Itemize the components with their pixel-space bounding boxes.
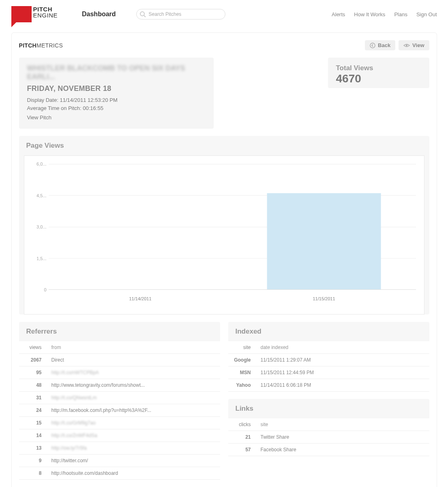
nav-sign-out[interactable]: Sign Out	[416, 11, 437, 17]
table-row: MSN11/15/2011 12:44:59 PM	[228, 366, 429, 379]
indexed-section: Indexed sitedate indexedGoogle11/15/2011…	[228, 322, 429, 392]
y-tick-label: 3,0...	[36, 224, 46, 229]
table-row: 8http://hootsuite.com/dashboard	[19, 467, 220, 480]
logo-text-1: PITCH	[33, 6, 58, 12]
referrer-source[interactable]: http://ow.ly/7r5fa	[47, 442, 220, 455]
referrer-views: 9	[19, 455, 47, 467]
referrer-views: 24	[19, 404, 47, 417]
referrer-views: 2067	[19, 354, 47, 366]
indexed-site: Yahoo	[228, 379, 257, 392]
table-row: Yahoo11/14/2011 6:06:18 PM	[228, 379, 429, 392]
link-site: Twitter Share	[257, 431, 429, 444]
referrer-source[interactable]: http://twitter.com/	[47, 455, 220, 467]
logo[interactable]: PITCH ENGINE	[11, 6, 58, 22]
view-pitch-link[interactable]: View Pitch	[27, 114, 206, 121]
link-clicks: 21	[228, 431, 257, 444]
referrer-source[interactable]: http://t.co/nWTCPBpA	[47, 366, 220, 379]
top-bar: PITCH ENGINE Dashboard Alerts How It Wor…	[11, 6, 437, 32]
table-row: 15http://t.co/GrM9g7ao	[19, 417, 220, 429]
links-section: Links clickssite21Twitter Share57Faceboo…	[228, 399, 429, 456]
indexed-date: 11/14/2011 6:06:18 PM	[257, 379, 429, 392]
referrers-table: viewsfrom2067Direct95http://t.co/nWTCPBp…	[19, 341, 220, 480]
pitch-info-card: WHISTLER BLACKCOMB TO OPEN SIX DAYS EARL…	[19, 58, 214, 129]
referrers-col-from: from	[47, 341, 220, 354]
total-views-card: Total Views 4670	[328, 58, 429, 88]
table-row: 14http://t.co/ZnWF4dSa	[19, 429, 220, 442]
referrer-source[interactable]: http://m.facebook.com/l.php?u=http%3A%2F…	[47, 404, 220, 417]
referrers-col-views: views	[19, 341, 47, 354]
pitch-date: FRIDAY, NOVEMBER 18	[27, 84, 206, 93]
chart-bar	[267, 193, 381, 289]
svg-point-2	[370, 43, 375, 48]
nav-links: Alerts How It Works Plans Sign Out	[332, 11, 437, 17]
links-col-site: site	[257, 418, 429, 431]
y-tick-label: 4,5...	[36, 193, 46, 198]
search-icon	[139, 11, 146, 17]
referrer-views: 13	[19, 442, 47, 455]
indexed-date: 11/15/2011 12:44:59 PM	[257, 366, 429, 379]
dashboard-label[interactable]: Dashboard	[82, 11, 116, 18]
svg-line-1	[144, 15, 146, 17]
referrer-source[interactable]: http://www.tetongravity.com/forums/showt…	[47, 379, 220, 392]
links-title: Links	[228, 399, 429, 418]
indexed-site: MSN	[228, 366, 257, 379]
avg-time: Average Time on Pitch: 00:16:55	[27, 104, 206, 112]
table-row: 95http://t.co/nWTCPBpA	[19, 366, 220, 379]
table-row: Google11/15/2011 1:29:07 AM	[228, 354, 429, 366]
referrer-source[interactable]: http://hootsuite.com/dashboard	[47, 467, 220, 480]
display-date: Display Date: 11/14/2011 12:53:20 PM	[27, 96, 206, 104]
table-row: 48http://www.tetongravity.com/forums/sho…	[19, 379, 220, 392]
page-views-chart: 01,5...3,0...4,5...6,0...11/14/201111/15…	[24, 155, 424, 315]
back-button[interactable]: Back	[365, 40, 395, 50]
links-col-clicks: clicks	[228, 418, 257, 431]
referrer-views: 48	[19, 379, 47, 392]
page-views-section: Page Views 01,5...3,0...4,5...6,0...11/1…	[19, 136, 429, 315]
link-site: Facebook Share	[257, 444, 429, 456]
search-input[interactable]	[136, 9, 225, 19]
referrers-section: Referrers viewsfrom2067Direct95http://t.…	[19, 322, 220, 480]
y-tick-label: 0	[44, 287, 46, 292]
table-row: 24http://m.facebook.com/l.php?u=http%3A%…	[19, 404, 220, 417]
view-button[interactable]: View	[399, 40, 429, 50]
nav-alerts[interactable]: Alerts	[332, 11, 345, 17]
total-views-label: Total Views	[336, 64, 421, 72]
indexed-title: Indexed	[228, 322, 429, 341]
nav-plans[interactable]: Plans	[394, 11, 407, 17]
svg-point-0	[140, 12, 144, 16]
page-views-title: Page Views	[19, 136, 429, 155]
logo-icon	[11, 6, 32, 22]
indexed-site: Google	[228, 354, 257, 366]
svg-point-3	[406, 45, 407, 46]
y-tick-label: 1,5...	[36, 256, 46, 261]
table-row: 9http://twitter.com/	[19, 455, 220, 467]
x-tick-label: 11/14/2011	[49, 294, 232, 302]
table-row: 31http://t.co/QNwsntLm	[19, 392, 220, 404]
referrer-source[interactable]: http://t.co/GrM9g7ao	[47, 417, 220, 429]
referrer-views: 95	[19, 366, 47, 379]
main-panel: PITCHMETRICS Back View WHIS	[11, 32, 437, 487]
indexed-col-site: site	[228, 341, 257, 354]
indexed-table: sitedate indexedGoogle11/15/2011 1:29:07…	[228, 341, 429, 392]
table-row: 13http://ow.ly/7r5fa	[19, 442, 220, 455]
indexed-col-date: date indexed	[257, 341, 429, 354]
search-wrap	[136, 9, 225, 19]
referrers-title: Referrers	[19, 322, 220, 341]
referrer-views: 14	[19, 429, 47, 442]
x-tick-label: 11/15/2011	[232, 294, 416, 302]
nav-how-it-works[interactable]: How It Works	[354, 11, 385, 17]
referrer-source[interactable]: Direct	[47, 354, 220, 366]
eye-icon	[403, 43, 410, 48]
total-views-value: 4670	[336, 72, 421, 85]
referrer-source[interactable]: http://t.co/ZnWF4dSa	[47, 429, 220, 442]
back-icon	[370, 43, 375, 48]
links-table: clickssite21Twitter Share57Facebook Shar…	[228, 418, 429, 456]
referrer-views: 15	[19, 417, 47, 429]
table-row: 2067Direct	[19, 354, 220, 366]
table-row: 21Twitter Share	[228, 431, 429, 444]
referrer-views: 8	[19, 467, 47, 480]
pitch-title: WHISTLER BLACKCOMB TO OPEN SIX DAYS EARL…	[27, 64, 206, 81]
referrer-views: 31	[19, 392, 47, 404]
page-title: PITCHMETRICS	[19, 42, 63, 49]
table-row: 57Facebook Share	[228, 444, 429, 456]
referrer-source[interactable]: http://t.co/QNwsntLm	[47, 392, 220, 404]
